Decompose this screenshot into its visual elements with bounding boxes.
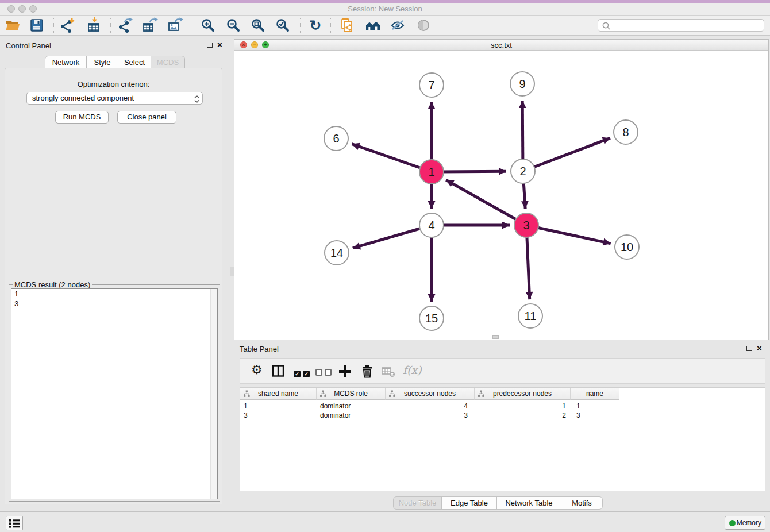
graph-node-label-8: 8 <box>622 126 629 138</box>
memory-label: Memory <box>737 519 761 527</box>
column-type-icon <box>478 390 485 398</box>
search-input[interactable] <box>612 20 761 30</box>
table-panel: Table Panel × ⚙ ✓✓ f(x) <box>233 340 770 511</box>
table-toolbar: ⚙ ✓✓ f(x) <box>240 358 765 384</box>
graph-node-label-9: 9 <box>519 78 525 90</box>
column-type-icon <box>319 390 327 398</box>
tab-edge-table[interactable]: Edge Table <box>441 496 497 510</box>
table-settings-gear-icon[interactable]: ⚙ <box>251 363 263 377</box>
graph-node-label-15: 15 <box>425 312 438 325</box>
memory-button[interactable]: Memory <box>725 516 765 530</box>
graph-edge-2-8[interactable] <box>523 138 610 171</box>
control-panel: Control Panel × Network Style Select MCD… <box>0 36 228 511</box>
control-panel-close-icon[interactable]: × <box>217 41 222 49</box>
inactive-indicator-icon <box>415 17 432 33</box>
delete-table-icon <box>382 367 395 380</box>
open-session-icon[interactable] <box>5 17 21 33</box>
main-toolbar: ↻ <box>0 16 770 36</box>
graph-node-label-3: 3 <box>523 219 529 232</box>
graph-node-label-7: 7 <box>428 79 434 91</box>
network-graph: 7968124314101511 <box>234 51 768 340</box>
column-header-successor-nodes[interactable]: successor nodes <box>386 388 475 400</box>
network-canvas[interactable]: 7968124314101511 <box>234 51 768 340</box>
zoom-out-icon[interactable] <box>225 17 241 33</box>
cell-shared-name[interactable]: 3 <box>240 411 317 420</box>
tab-node-table[interactable]: Node Table <box>393 496 442 510</box>
network-from-file-icon[interactable] <box>339 17 355 33</box>
mcds-result-textarea[interactable]: 1 3 <box>11 288 218 499</box>
column-header-shared-name[interactable]: shared name <box>240 388 317 400</box>
node-table: shared name MCDS role successor nodes pr… <box>240 387 765 491</box>
graph-node-label-6: 6 <box>333 132 339 145</box>
table-panel-close-icon[interactable]: × <box>757 344 762 352</box>
tab-network-table[interactable]: Network Table <box>496 496 561 510</box>
task-history-button[interactable] <box>6 516 23 530</box>
graph-node-label-10: 10 <box>621 241 633 253</box>
network-view-window: × − + scc.txt 7968124314101511 <box>234 39 769 340</box>
table-panel-float-icon[interactable] <box>746 346 752 351</box>
close-panel-button[interactable]: Close panel <box>117 111 176 124</box>
zoom-selected-icon[interactable] <box>275 17 291 33</box>
cell-shared-name[interactable]: 1 <box>240 402 317 411</box>
export-image-icon[interactable] <box>167 17 183 33</box>
toolbar-separator <box>300 18 301 33</box>
tab-select[interactable]: Select <box>118 56 151 68</box>
control-panel-title: Control Panel <box>6 41 51 50</box>
column-header-name[interactable]: name <box>571 388 619 400</box>
graph-node-label-11: 11 <box>525 310 537 322</box>
save-session-icon[interactable] <box>29 17 45 33</box>
show-columns-icon[interactable] <box>272 365 284 380</box>
graph-edge-3-1[interactable] <box>446 180 526 225</box>
cell-name[interactable]: 1 <box>571 402 619 411</box>
mcds-result-line: 1 <box>11 289 217 299</box>
toolbar-separator <box>110 18 111 33</box>
import-network-icon[interactable] <box>59 17 75 33</box>
memory-status-icon <box>729 520 736 526</box>
cell-successor-nodes[interactable]: 3 <box>386 411 475 420</box>
criterion-select[interactable]: strongly connected component <box>26 92 203 105</box>
toolbar-separator <box>330 18 331 33</box>
tab-motifs[interactable]: Motifs <box>561 496 603 510</box>
network-window-titlebar[interactable]: × − + scc.txt <box>234 40 768 51</box>
zoom-in-icon[interactable] <box>200 17 216 33</box>
cell-predecessor-nodes[interactable]: 1 <box>475 402 571 411</box>
network-window-title: scc.txt <box>234 41 768 49</box>
control-panel-float-icon[interactable] <box>207 43 213 48</box>
column-type-icon <box>388 390 396 398</box>
status-bar: Memory <box>0 511 770 532</box>
column-header-predecessor-nodes[interactable]: predecessor nodes <box>475 388 571 400</box>
tab-style[interactable]: Style <box>86 56 118 68</box>
select-all-columns-icon[interactable]: ✓✓ <box>294 368 312 378</box>
title-bar: Session: New Session <box>0 0 770 16</box>
add-column-icon[interactable] <box>338 365 352 380</box>
home-icon[interactable] <box>365 17 381 33</box>
criterion-selected-value: strongly connected component <box>32 94 134 102</box>
unselect-all-columns-icon[interactable] <box>315 368 334 378</box>
tab-network[interactable]: Network <box>45 56 87 68</box>
delete-column-trash-icon[interactable] <box>361 365 374 380</box>
run-mcds-button[interactable]: Run MCDS <box>55 111 109 124</box>
cell-predecessor-nodes[interactable]: 2 <box>475 411 571 420</box>
zoom-fit-icon[interactable] <box>250 17 266 33</box>
select-stepper-icon <box>194 95 199 103</box>
export-table-icon[interactable] <box>142 17 158 33</box>
search-icon <box>602 21 611 30</box>
refresh-icon[interactable]: ↻ <box>307 17 324 33</box>
import-table-icon[interactable] <box>87 17 103 33</box>
show-graphics-details-icon[interactable] <box>390 17 406 33</box>
network-window-resize-handle[interactable] <box>492 335 499 339</box>
column-header-mcds-role[interactable]: MCDS role <box>317 388 386 400</box>
graph-edge-1-6[interactable] <box>352 144 432 172</box>
search-field[interactable] <box>598 19 764 32</box>
mcds-result-line: 3 <box>11 299 217 309</box>
toolbar-separator <box>192 18 192 33</box>
result-scrollbar[interactable] <box>210 289 217 499</box>
graph-edge-3-10[interactable] <box>526 225 611 244</box>
tab-mcds[interactable]: MCDS <box>151 56 185 68</box>
cell-successor-nodes[interactable]: 4 <box>386 402 475 411</box>
cell-mcds-role[interactable]: dominator <box>317 411 386 420</box>
cell-name[interactable]: 3 <box>571 411 619 420</box>
graph-node-label-2: 2 <box>519 165 526 178</box>
export-network-icon[interactable] <box>117 17 133 33</box>
cell-mcds-role[interactable]: dominator <box>317 402 386 411</box>
